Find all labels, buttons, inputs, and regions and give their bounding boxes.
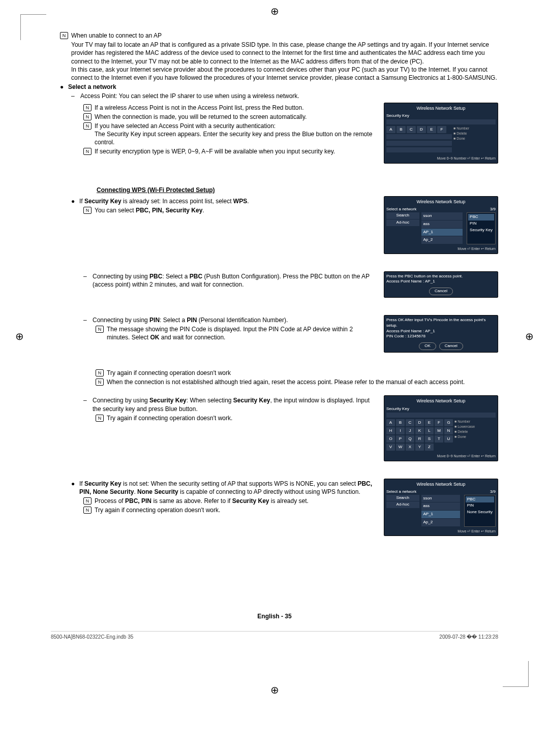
k[interactable]: K bbox=[415, 427, 424, 434]
k[interactable]: D bbox=[415, 419, 424, 426]
key-d[interactable]: D bbox=[417, 126, 426, 133]
k[interactable]: N bbox=[444, 427, 453, 434]
wps-ns-process: Process of PBC, PIN is same as above. Re… bbox=[95, 497, 375, 505]
reg-mark-right: ⊕ bbox=[525, 330, 534, 342]
ap-item-2[interactable]: AP_1 bbox=[421, 229, 463, 236]
popup3-msg: Press the PBC button on the access point… bbox=[386, 274, 496, 279]
popup5-label: Security Key bbox=[386, 406, 496, 412]
crop-mark-br bbox=[503, 661, 529, 687]
popup2-foot: Move ⏎ Enter ↩ Return bbox=[386, 246, 496, 251]
k[interactable]: V bbox=[386, 444, 395, 451]
note-icon: N bbox=[83, 497, 92, 505]
k[interactable]: C bbox=[406, 419, 414, 426]
k[interactable]: U bbox=[444, 435, 453, 443]
k[interactable]: G bbox=[444, 419, 453, 426]
menu-pbc[interactable]: PBC bbox=[468, 214, 494, 220]
k[interactable]: R bbox=[415, 435, 424, 443]
popup4-cancel[interactable]: Cancel bbox=[439, 342, 463, 350]
popup-select-network-1: Wireless Network Setup Select a network3… bbox=[384, 196, 498, 254]
ap6-1[interactable]: ass bbox=[421, 502, 460, 510]
ap-item-3[interactable]: Ap_2 bbox=[421, 236, 463, 244]
crop-mark-tl bbox=[20, 14, 46, 40]
note-icon: N bbox=[83, 207, 92, 214]
k[interactable]: Q bbox=[406, 435, 414, 443]
note-icon: N bbox=[96, 326, 104, 333]
reg-mark-bottom: ⊕ bbox=[270, 684, 279, 696]
page-footer-lang: English - 35 bbox=[51, 612, 498, 620]
k[interactable]: F bbox=[435, 419, 443, 426]
k[interactable]: J bbox=[406, 427, 414, 434]
popup5-foot: Move 0~9 Number ⏎ Enter ↩ Return bbox=[386, 454, 496, 458]
ap6-2[interactable]: AP_1 bbox=[421, 511, 460, 518]
popup-security-key-az: Wireless Network Setup Security Key ABCD… bbox=[384, 395, 498, 461]
wps-sk-retry: Try again if connecting operation doesn'… bbox=[107, 414, 375, 422]
sn-i3: When the connection is made, you will be… bbox=[95, 113, 375, 121]
note-icon: N bbox=[60, 32, 68, 39]
popup3-cancel[interactable]: Cancel bbox=[429, 288, 453, 295]
k[interactable]: O bbox=[386, 435, 395, 443]
key-c[interactable]: C bbox=[407, 126, 416, 133]
key-f[interactable]: F bbox=[437, 126, 446, 133]
k[interactable]: B bbox=[396, 419, 405, 426]
popup2-search[interactable]: Search bbox=[386, 212, 419, 219]
k[interactable]: X bbox=[406, 444, 414, 451]
sn-i5: If security encryption type is WEP, 0~9,… bbox=[95, 147, 375, 155]
wps-none-security: If Security Key is not set: When the sec… bbox=[79, 480, 375, 496]
ap6-0[interactable]: sson bbox=[421, 495, 460, 502]
menu6-pbc[interactable]: PBC bbox=[466, 496, 494, 503]
k[interactable]: E bbox=[425, 419, 434, 426]
popup-security-key-af: Wireless Network Setup Security Key A B … bbox=[384, 103, 498, 164]
popup1-foot: Move 0~9 Number ⏎ Enter ↩ Return bbox=[386, 156, 496, 161]
k[interactable]: L bbox=[425, 427, 434, 434]
k[interactable]: M bbox=[435, 427, 443, 434]
reg-mark-top: ⊕ bbox=[270, 5, 279, 17]
note-icon: N bbox=[83, 122, 92, 130]
sn-access-point: Access Point: You can select the IP shar… bbox=[80, 92, 498, 100]
popup4-ok[interactable]: OK bbox=[419, 342, 436, 350]
menu6-pin[interactable]: PIN bbox=[466, 502, 494, 509]
k[interactable]: T bbox=[435, 435, 443, 443]
popup2-adhoc[interactable]: Ad-hoc bbox=[386, 219, 419, 226]
popup6-adhoc[interactable]: Ad-hoc bbox=[386, 501, 419, 508]
ap6-3[interactable]: Ap_2 bbox=[421, 519, 460, 526]
key-a[interactable]: A bbox=[386, 126, 395, 133]
popup2-count: 3/9 bbox=[490, 207, 496, 212]
k[interactable]: P bbox=[396, 435, 405, 443]
note-icon: N bbox=[83, 148, 92, 155]
popup6-foot: Move ⏎ Enter ↩ Return bbox=[386, 529, 496, 533]
k[interactable]: A bbox=[386, 419, 395, 426]
sn-i2: If a wireless Access Point is not in the… bbox=[95, 104, 375, 112]
note-icon: N bbox=[96, 379, 104, 386]
popup6-count: 3/9 bbox=[490, 489, 496, 495]
popup6-title: Wireless Network Setup bbox=[386, 481, 496, 487]
reg-mark-left: ⊕ bbox=[15, 330, 24, 342]
popup6-search[interactable]: Search bbox=[386, 495, 419, 501]
k[interactable]: W bbox=[396, 444, 405, 451]
k[interactable]: I bbox=[396, 427, 405, 434]
popup-pin: Press OK After input TV's Pincode in the… bbox=[384, 315, 498, 353]
popup-pbc: Press the PBC button on the access point… bbox=[384, 271, 498, 298]
k[interactable]: H bbox=[386, 427, 395, 434]
ap-item-0[interactable]: sson bbox=[421, 212, 463, 220]
k[interactable]: Y bbox=[415, 444, 424, 451]
menu-security-key[interactable]: Security Key bbox=[468, 227, 494, 234]
ap-item-1[interactable]: ass bbox=[421, 220, 463, 228]
note-icon: N bbox=[83, 104, 92, 111]
legend-number: Number bbox=[456, 127, 469, 130]
sn-i4b: The Security Key input screen appears. E… bbox=[95, 131, 372, 146]
key-b[interactable]: B bbox=[396, 126, 406, 133]
menu6-none[interactable]: None Security bbox=[466, 509, 494, 516]
k[interactable]: Z bbox=[425, 444, 434, 451]
k[interactable]: S bbox=[425, 435, 434, 443]
sn-i4: If you have selected an Access Point wit… bbox=[95, 122, 276, 130]
popup5-title: Wireless Network Setup bbox=[386, 398, 496, 404]
key-e[interactable]: E bbox=[427, 126, 436, 133]
l-lower: Lowercase bbox=[458, 425, 475, 428]
popup4-ap: Access Point Name : AP_1 bbox=[386, 329, 496, 334]
popup2-title: Wireless Network Setup bbox=[386, 199, 496, 205]
popup2-label: Select a network bbox=[386, 207, 416, 212]
popup4-pin: PIN Code : 12345678 bbox=[386, 334, 496, 339]
wps-if-set: If Security Key is already set: In acces… bbox=[79, 197, 375, 205]
menu-pin[interactable]: PIN bbox=[468, 220, 494, 227]
popup2-menu: PBC PIN Security Key bbox=[467, 212, 496, 244]
